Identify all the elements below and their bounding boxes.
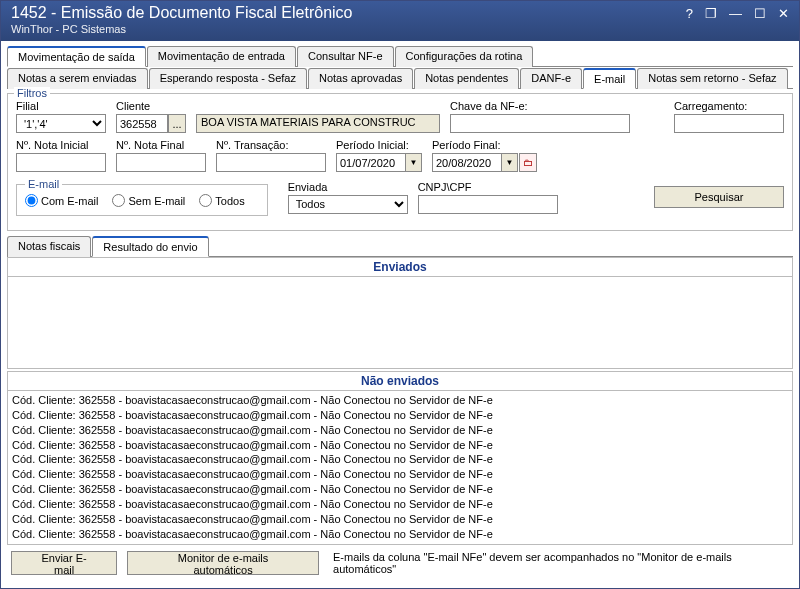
tabs-main-tab-0[interactable]: Movimentação de saída bbox=[7, 46, 146, 67]
nao-enviado-line[interactable]: Cód. Cliente: 362558 - boavistacasaecons… bbox=[12, 452, 788, 467]
enviados-panel bbox=[7, 277, 793, 369]
transacao-label: Nº. Transação: bbox=[216, 139, 326, 151]
nao-enviado-line[interactable]: Cód. Cliente: 362558 - boavistacasaecons… bbox=[12, 438, 788, 453]
minimize-icon[interactable]: — bbox=[729, 6, 742, 21]
periodo-final-dropdown-icon[interactable]: ▼ bbox=[502, 153, 518, 172]
tabs-sub-tab-3[interactable]: Notas pendentes bbox=[414, 68, 519, 89]
help-icon[interactable]: ? bbox=[686, 6, 693, 21]
enviar-email-button[interactable]: Enviar E-mail bbox=[11, 551, 117, 575]
tabs-main: Movimentação de saídaMovimentação de ent… bbox=[7, 45, 793, 67]
carregamento-label: Carregamento: bbox=[674, 100, 784, 112]
email-radio-2[interactable]: Todos bbox=[199, 194, 244, 207]
tabs-sub-tab-4[interactable]: DANF-e bbox=[520, 68, 582, 89]
email-radio-0[interactable]: Com E-mail bbox=[25, 194, 98, 207]
nao-enviados-header: Não enviados bbox=[7, 371, 793, 391]
chave-label: Chave da NF-e: bbox=[450, 100, 630, 112]
content-area: Movimentação de saídaMovimentação de ent… bbox=[1, 41, 799, 585]
tabs-result-tab-1[interactable]: Resultado do envio bbox=[92, 236, 208, 257]
filters-panel: Filtros Filial '1','4' Cliente ... bbox=[7, 93, 793, 231]
nao-enviado-line[interactable]: Cód. Cliente: 362558 - boavistacasaecons… bbox=[12, 512, 788, 527]
filial-select[interactable]: '1','4' bbox=[16, 114, 106, 133]
nao-enviado-line[interactable]: Cód. Cliente: 362558 - boavistacasaecons… bbox=[12, 497, 788, 512]
nota-inicial-label: Nº. Nota Inicial bbox=[16, 139, 106, 151]
tabs-sub-tab-6[interactable]: Notas sem retorno - Sefaz bbox=[637, 68, 787, 89]
periodo-inicial-label: Período Inicial: bbox=[336, 139, 422, 151]
cliente-lookup-button[interactable]: ... bbox=[168, 114, 186, 133]
nota-inicial-input[interactable] bbox=[16, 153, 106, 172]
carregamento-input[interactable] bbox=[674, 114, 784, 133]
filters-legend: Filtros bbox=[14, 87, 50, 99]
tabs-sub-tab-2[interactable]: Notas aprovadas bbox=[308, 68, 413, 89]
app-window: 1452 - Emissão de Documento Fiscal Eletr… bbox=[0, 0, 800, 589]
email-legend: E-mail bbox=[25, 178, 62, 190]
email-radio-1[interactable]: Sem E-mail bbox=[112, 194, 185, 207]
pesquisar-button[interactable]: Pesquisar bbox=[654, 186, 784, 208]
tabs-sub-tab-5[interactable]: E-mail bbox=[583, 68, 636, 89]
nao-enviado-line[interactable]: Cód. Cliente: 362558 - boavistacasaecons… bbox=[12, 408, 788, 423]
close-icon[interactable]: ✕ bbox=[778, 6, 789, 21]
window-controls: ? ❐ — ☐ ✕ bbox=[686, 4, 789, 21]
tabs-main-tab-1[interactable]: Movimentação de entrada bbox=[147, 46, 296, 67]
restore-icon[interactable]: ❐ bbox=[705, 6, 717, 21]
periodo-final-label: Período Final: bbox=[432, 139, 537, 151]
tabs-sub: Notas a serem enviadasEsperando resposta… bbox=[7, 67, 793, 89]
periodo-final-input[interactable] bbox=[432, 153, 502, 172]
cliente-input[interactable] bbox=[116, 114, 168, 133]
chave-input[interactable] bbox=[450, 114, 630, 133]
tabs-sub-tab-0[interactable]: Notas a serem enviadas bbox=[7, 68, 148, 89]
cnpj-label: CNPJ\CPF bbox=[418, 181, 558, 193]
maximize-icon[interactable]: ☐ bbox=[754, 6, 766, 21]
email-fieldset: E-mail Com E-mailSem E-mailTodos bbox=[16, 178, 268, 216]
cliente-label: Cliente bbox=[116, 100, 186, 112]
tabs-sub-tab-1[interactable]: Esperando resposta - Sefaz bbox=[149, 68, 307, 89]
transacao-input[interactable] bbox=[216, 153, 326, 172]
footer: Enviar E-mail Monitor de e-mails automát… bbox=[7, 545, 793, 581]
title-text: 1452 - Emissão de Documento Fiscal Eletr… bbox=[11, 4, 353, 35]
window-subtitle: WinThor - PC Sistemas bbox=[11, 23, 353, 35]
nao-enviado-line[interactable]: Cód. Cliente: 362558 - boavistacasaecons… bbox=[12, 527, 788, 542]
periodo-inicial-dropdown-icon[interactable]: ▼ bbox=[406, 153, 422, 172]
filial-label: Filial bbox=[16, 100, 106, 112]
tabs-result: Notas fiscaisResultado do envio bbox=[7, 235, 793, 257]
nao-enviado-line[interactable]: Cód. Cliente: 362558 - boavistacasaecons… bbox=[12, 482, 788, 497]
tabs-result-tab-0[interactable]: Notas fiscais bbox=[7, 236, 91, 257]
monitor-button[interactable]: Monitor de e-mails automáticos bbox=[127, 551, 319, 575]
calendar-icon[interactable]: 🗀 bbox=[519, 153, 537, 172]
cliente-nome-display: BOA VISTA MATERIAIS PARA CONSTRUC bbox=[196, 114, 440, 133]
tabs-main-tab-2[interactable]: Consultar NF-e bbox=[297, 46, 394, 67]
nao-enviado-line[interactable]: Cód. Cliente: 362558 - boavistacasaecons… bbox=[12, 393, 788, 408]
cnpj-input[interactable] bbox=[418, 195, 558, 214]
nota-final-input[interactable] bbox=[116, 153, 206, 172]
nota-final-label: Nº. Nota Final bbox=[116, 139, 206, 151]
footer-info: E-mails da coluna "E-mail NFe" devem ser… bbox=[333, 551, 789, 575]
nao-enviado-line[interactable]: Cód. Cliente: 362558 - boavistacasaecons… bbox=[12, 423, 788, 438]
nao-enviado-line[interactable]: Cód. Cliente: 362558 - boavistacasaecons… bbox=[12, 467, 788, 482]
enviados-header: Enviados bbox=[7, 257, 793, 277]
nao-enviados-panel[interactable]: Cód. Cliente: 362558 - boavistacasaecons… bbox=[7, 391, 793, 545]
titlebar: 1452 - Emissão de Documento Fiscal Eletr… bbox=[1, 1, 799, 41]
tabs-main-tab-3[interactable]: Configurações da rotina bbox=[395, 46, 534, 67]
window-title: 1452 - Emissão de Documento Fiscal Eletr… bbox=[11, 4, 353, 22]
enviada-label: Enviada bbox=[288, 181, 408, 193]
periodo-inicial-input[interactable] bbox=[336, 153, 406, 172]
enviada-select[interactable]: Todos bbox=[288, 195, 408, 214]
